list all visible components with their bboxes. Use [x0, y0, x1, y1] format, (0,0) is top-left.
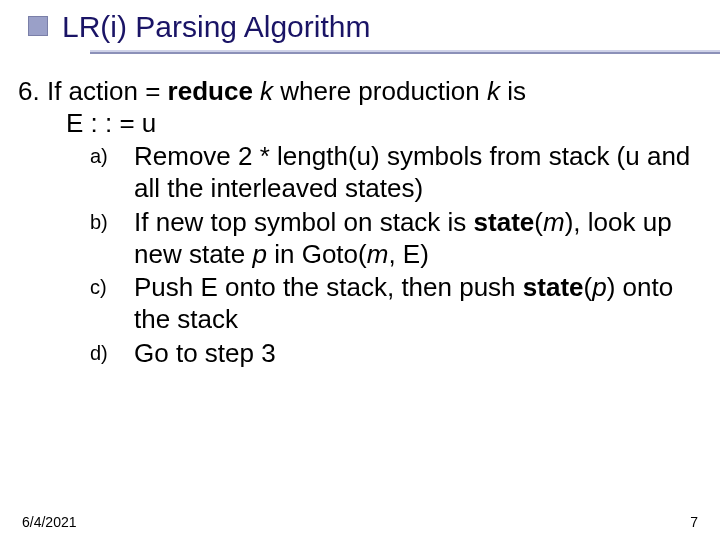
step-mid2: where production: [273, 76, 487, 106]
sub-c-t1: Push E onto the stack, then push: [134, 272, 523, 302]
sub-b-t1: If new top symbol on stack is: [134, 207, 474, 237]
sub-b-p: p: [253, 239, 267, 269]
step-post: is: [500, 76, 526, 106]
sub-b-state: state: [474, 207, 535, 237]
footer-page-number: 7: [690, 514, 698, 530]
sub-b-m1: m: [543, 207, 565, 237]
step-number: 6.: [18, 76, 40, 106]
sub-c-p: p: [592, 272, 606, 302]
step-text-pre: If action =: [47, 76, 168, 106]
sub-b-m2: m: [367, 239, 389, 269]
marker-a: a): [90, 144, 126, 168]
sub-step-a-text: Remove 2 * length(u) symbols from stack …: [134, 141, 690, 203]
step-reduce-word: reduce: [168, 76, 253, 106]
sub-c-p1: (: [584, 272, 593, 302]
slide-content: 6. If action = reduce k where production…: [0, 58, 720, 369]
sub-step-list: a) Remove 2 * length(u) symbols from sta…: [18, 139, 700, 369]
sub-step-b: b) If new top symbol on stack is state(m…: [90, 207, 700, 270]
sub-step-a: a) Remove 2 * length(u) symbols from sta…: [90, 141, 700, 204]
slide-footer: 6/4/2021 7: [0, 514, 720, 530]
slide-title-bar: LR(i) Parsing Algorithm: [0, 0, 720, 58]
sub-c-state: state: [523, 272, 584, 302]
sub-b-t3: , E): [388, 239, 428, 269]
step-intro: 6. If action = reduce k where production…: [18, 76, 700, 139]
sub-step-c: c) Push E onto the stack, then push stat…: [90, 272, 700, 335]
marker-b: b): [90, 210, 126, 234]
marker-c: c): [90, 275, 126, 299]
sub-b-p1: (: [534, 207, 543, 237]
step-k2: k: [487, 76, 500, 106]
sub-b-t2: in Goto(: [267, 239, 367, 269]
step-k1: k: [260, 76, 273, 106]
title-underline: [90, 50, 720, 54]
marker-d: d): [90, 341, 126, 365]
footer-date: 6/4/2021: [22, 514, 77, 530]
sub-d-t1: Go to step 3: [134, 338, 276, 368]
step-production: E : : = u: [18, 108, 700, 140]
sub-step-d: d) Go to step 3: [90, 338, 700, 370]
title-bullet-icon: [28, 16, 48, 36]
slide-title: LR(i) Parsing Algorithm: [62, 10, 720, 44]
